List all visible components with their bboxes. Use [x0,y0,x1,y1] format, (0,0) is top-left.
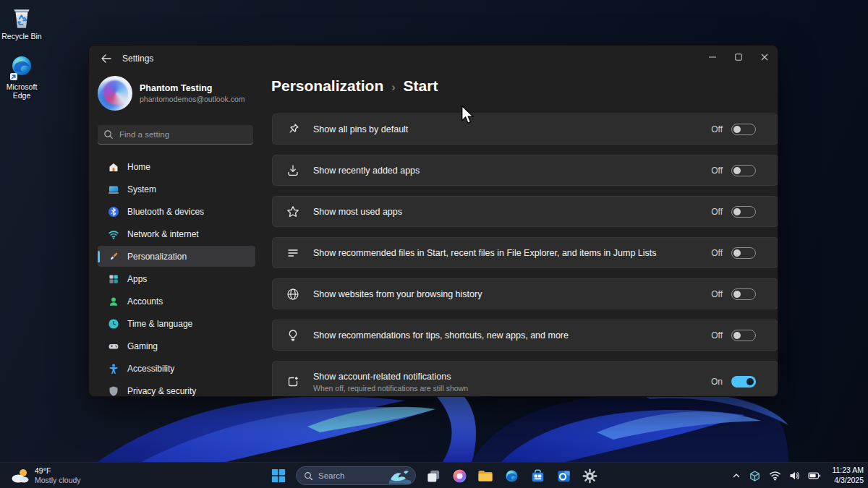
setting-row-show-all-pins[interactable]: Show all pins by default Off [272,114,778,145]
sidebar-item-bluetooth-devices[interactable]: Bluetooth & devices [98,201,255,222]
toggle-state-label: Off [711,330,723,341]
search-highlights-art [388,468,412,484]
file-explorer-button[interactable] [477,467,494,484]
copilot-icon [452,468,467,484]
tray-box-icon[interactable] [749,470,761,482]
edge-icon [9,55,34,81]
copilot-button[interactable] [451,467,468,484]
file-explorer-icon [477,468,493,484]
settings-sidebar: Phantom Testing phantomodemos@outlook.co… [98,74,260,397]
start-button[interactable] [270,467,287,484]
desktop-icon-label: Microsoft Edge [1,82,42,100]
desktop-icon-microsoft-edge[interactable]: Microsoft Edge [1,55,42,100]
sidebar-item-system[interactable]: System [98,179,255,200]
settings-window: Settings Phantom Testing phantomodemos@o… [88,45,778,397]
toggle-switch[interactable] [731,330,756,341]
tray-wifi-icon[interactable] [769,471,781,481]
search-input[interactable] [119,130,235,139]
accounts-icon [108,296,119,307]
toggle-switch[interactable] [731,247,756,259]
recycle-bin-icon [9,4,34,30]
breadcrumb-parent[interactable]: Personalization [271,77,383,95]
edge-button[interactable] [503,467,520,484]
find-a-setting-box[interactable] [98,125,253,145]
tray-volume-icon[interactable] [789,471,800,481]
globe-icon [286,287,300,301]
taskbar-search-box[interactable]: Search [296,466,416,485]
minimize-icon [709,53,716,61]
settings-taskbar-button[interactable] [581,467,598,484]
sidebar-item-accessibility[interactable]: Accessibility [98,358,255,379]
outlook-button[interactable] [555,467,572,484]
weather-temp: 49°F [35,466,81,476]
task-view-button[interactable] [425,467,442,484]
setting-row-account-notifications[interactable]: Show account-related notifications When … [272,361,778,397]
windows-bloom-wallpaper [94,388,788,464]
tray-chevron-up-icon[interactable] [732,471,741,480]
sidebar-item-home[interactable]: Home [98,156,255,177]
sidebar-item-privacy-security[interactable]: Privacy & security [98,380,255,397]
setting-row-most-used[interactable]: Show most used apps Off [272,196,778,227]
sidebar-item-apps[interactable]: Apps [98,268,255,289]
microsoft-store-button[interactable] [529,467,546,484]
system-icon [108,184,119,195]
taskbar: 49°F Mostly cloudy Search [0,462,868,488]
toggle-state-label: Off [711,207,723,217]
toggle-state-label: Off [711,289,723,299]
setting-row-websites-history[interactable]: Show websites from your browsing history… [272,278,778,309]
recently-added-icon [286,163,300,178]
toggle-state-label: On [711,377,723,387]
home-icon [108,161,119,173]
edge-icon [504,468,519,484]
user-email: phantomodemos@outlook.com [140,95,245,103]
pin-icon [286,122,300,137]
taskbar-search-placeholder: Search [318,471,388,480]
windows-start-icon [271,468,286,483]
setting-label: Show recommended files in Start, recent … [313,248,711,258]
sidebar-item-gaming[interactable]: Gaming [98,335,255,356]
close-button[interactable] [752,46,778,69]
tray-battery-icon[interactable] [808,471,821,481]
back-button[interactable] [95,50,116,67]
toggle-switch[interactable] [731,288,756,300]
search-icon [304,471,313,481]
store-icon [530,468,545,484]
tray-clock[interactable]: 11:23 AM 4/3/2025 [832,466,864,485]
mouse-cursor [461,106,475,124]
star-icon [286,205,300,219]
desktop-icon-recycle-bin[interactable]: Recycle Bin [1,4,42,40]
setting-row-recommended-files[interactable]: Show recommended files in Start, recent … [272,237,778,268]
widgets-weather-button[interactable]: 49°F Mostly cloudy [6,463,85,488]
gear-icon [582,468,597,484]
account-block[interactable]: Phantom Testing phantomodemos@outlook.co… [98,74,260,111]
network-icon [108,228,119,240]
toggle-switch[interactable] [731,124,756,135]
bluetooth-icon [108,206,119,218]
toggle-switch[interactable] [731,206,756,218]
window-title: Settings [122,53,153,64]
toggle-switch[interactable] [731,165,756,176]
desktop-icon-label: Recycle Bin [1,32,42,40]
setting-row-recently-added[interactable]: Show recently added apps Off [272,155,778,186]
toggle-switch[interactable] [731,376,756,388]
close-icon [761,53,768,61]
sidebar-item-network-internet[interactable]: Network & internet [98,223,255,244]
setting-label: Show most used apps [313,207,711,217]
sidebar-item-accounts[interactable]: Accounts [98,291,255,312]
sidebar-item-personalization[interactable]: Personalization [98,246,255,267]
task-view-icon [426,468,441,484]
minimize-button[interactable] [699,46,726,69]
setting-label: Show recommendations for tips, shortcuts… [313,330,711,341]
setting-label: Show recently added apps [313,166,711,176]
sidebar-item-time-language[interactable]: Time & language [98,313,255,334]
setting-row-recommendations-tips[interactable]: Show recommendations for tips, shortcuts… [272,320,778,351]
title-bar: Settings [89,46,778,72]
tray-date: 4/3/2025 [832,476,864,486]
tray-time: 11:23 AM [832,466,864,476]
weather-condition: Mostly cloudy [35,476,81,485]
accessibility-icon [108,363,119,374]
toggle-state-label: Off [711,124,723,134]
page-title: Start [404,77,438,95]
maximize-button[interactable] [726,46,752,69]
gaming-icon [108,341,119,352]
